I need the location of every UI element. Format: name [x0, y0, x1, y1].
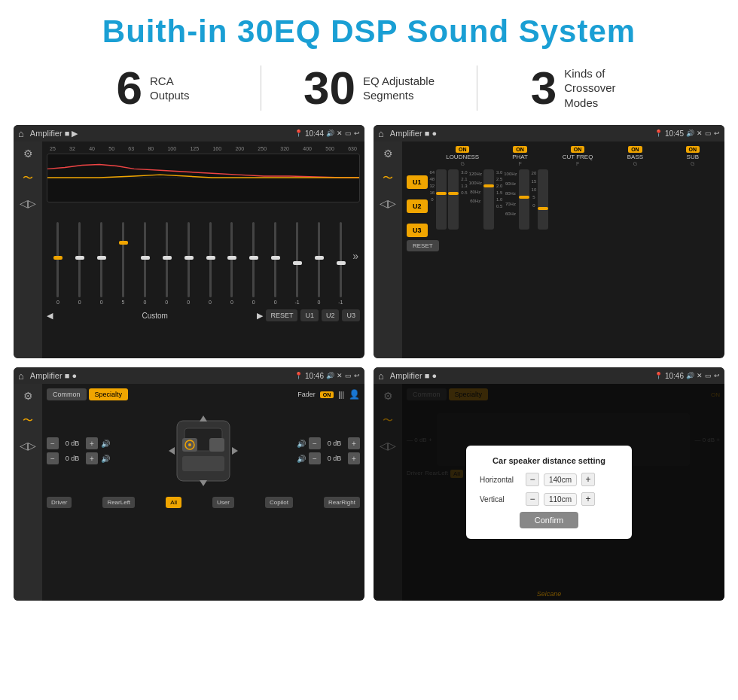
eq-slider-col-10[interactable]: 0	[244, 222, 264, 305]
tab-common[interactable]: Common	[47, 388, 87, 400]
back-icon-common[interactable]: ↩	[354, 372, 360, 379]
eq-slider-track-3[interactable]	[100, 222, 102, 297]
eq-slider-track-11[interactable]	[274, 222, 276, 297]
eq-slider-thumb-6[interactable]	[163, 256, 172, 260]
eq-u3-btn[interactable]: U3	[342, 309, 360, 321]
eq-u1-btn[interactable]: U1	[300, 309, 319, 321]
eq-slider-col-9[interactable]: 0	[222, 222, 242, 305]
eq-slider-thumb-4[interactable]	[119, 241, 128, 245]
eq-slider-track-2[interactable]	[78, 222, 81, 297]
common-speaker-icon[interactable]: ◁▷	[20, 440, 36, 452]
minimize-icon-common[interactable]: ▭	[345, 372, 352, 379]
eq-slider-track-7[interactable]	[188, 222, 190, 297]
eq-slider-col-8[interactable]: 0	[200, 222, 220, 305]
eq-slider-track-4[interactable]	[122, 222, 124, 297]
tr-plus-btn[interactable]: +	[348, 437, 360, 449]
horizontal-minus-btn[interactable]: −	[526, 473, 539, 486]
tr-minus-btn[interactable]: −	[309, 437, 321, 449]
eq-slider-thumb-10[interactable]	[249, 256, 258, 260]
home-icon-amp[interactable]: ⌂	[378, 128, 384, 139]
eq-expand-icon[interactable]: »	[352, 250, 358, 262]
zone-rearleft-btn[interactable]: RearLeft	[102, 497, 135, 508]
amp-bass-handle1[interactable]	[519, 196, 529, 199]
zone-rearright-btn[interactable]: RearRight	[324, 497, 360, 508]
eq-slider-thumb-9[interactable]	[227, 256, 236, 260]
eq-slider-col-6[interactable]: 0	[157, 222, 176, 305]
bl-minus-btn[interactable]: −	[47, 452, 59, 464]
br-minus-btn[interactable]: −	[309, 452, 321, 464]
fader-on-badge[interactable]: ON	[320, 391, 334, 398]
eq-slider-thumb-12[interactable]	[293, 261, 302, 265]
zone-all-btn[interactable]: All	[166, 497, 181, 508]
amp-sub-slider1[interactable]	[538, 169, 548, 230]
home-icon[interactable]: ⌂	[18, 128, 24, 139]
amp-settings-icon[interactable]: ⚙	[383, 148, 393, 160]
eq-slider-col-13[interactable]: 0	[310, 222, 329, 305]
eq-slider-track-10[interactable]	[252, 222, 255, 297]
amp-phat-slider1[interactable]	[483, 169, 494, 230]
home-icon-dialog[interactable]: ⌂	[378, 370, 384, 382]
vertical-plus-btn[interactable]: +	[581, 492, 595, 506]
eq-speaker-icon[interactable]: ◁▷	[20, 197, 36, 209]
amp-speaker-icon[interactable]: ◁▷	[380, 197, 396, 209]
amp-sub-handle1[interactable]	[538, 207, 548, 210]
back-icon-dialog[interactable]: ↩	[714, 372, 720, 379]
loudness-on-badge[interactable]: ON	[456, 146, 470, 153]
eq-slider-col-11[interactable]: 0	[266, 222, 285, 305]
tl-plus-btn[interactable]: +	[86, 437, 98, 449]
user-profile-icon[interactable]: 👤	[349, 389, 360, 400]
amp-loudness-slider1[interactable]	[436, 169, 447, 230]
eq-wave-icon[interactable]: 〜	[23, 172, 33, 185]
bass-on-badge[interactable]: ON	[628, 146, 642, 153]
zone-user-btn[interactable]: User	[212, 497, 234, 508]
back-icon[interactable]: ↩	[354, 129, 360, 137]
eq-slider-track-9[interactable]	[230, 222, 233, 297]
amp-u2-btn[interactable]: U2	[407, 199, 428, 213]
cutfreq-on-badge[interactable]: ON	[571, 146, 585, 153]
minimize-icon-dialog[interactable]: ▭	[705, 372, 712, 379]
amp-wave-icon[interactable]: 〜	[383, 172, 393, 185]
common-wave-icon[interactable]: 〜	[23, 414, 33, 428]
amp-loudness-handle2[interactable]	[448, 192, 459, 195]
eq-slider-col-7[interactable]: 0	[178, 222, 198, 305]
vertical-minus-btn[interactable]: −	[526, 492, 539, 506]
amp-u1-btn[interactable]: U1	[407, 175, 428, 189]
zone-copilot-btn[interactable]: Copilot	[265, 497, 293, 508]
eq-slider-track-14[interactable]	[340, 222, 342, 297]
amp-phat-handle1[interactable]	[483, 184, 494, 187]
eq-slider-thumb-2[interactable]	[75, 256, 84, 260]
minimize-icon[interactable]: ▭	[345, 129, 352, 137]
eq-slider-track-13[interactable]	[318, 222, 320, 297]
eq-slider-thumb-3[interactable]	[97, 256, 106, 260]
eq-slider-track-5[interactable]	[144, 222, 146, 297]
eq-slider-col-12[interactable]: -1	[288, 222, 307, 305]
sub-on-badge[interactable]: ON	[686, 146, 700, 153]
eq-slider-track-12[interactable]	[296, 222, 298, 297]
eq-slider-thumb-8[interactable]	[206, 256, 215, 260]
zone-driver-btn[interactable]: Driver	[47, 497, 72, 508]
close-icon[interactable]: ✕	[337, 129, 343, 137]
eq-settings-icon[interactable]: ⚙	[23, 148, 33, 160]
eq-u2-btn[interactable]: U2	[322, 309, 340, 321]
eq-slider-col-3[interactable]: 0	[92, 222, 111, 305]
common-settings-icon[interactable]: ⚙	[23, 390, 33, 402]
amp-bass-slider1[interactable]	[519, 169, 529, 230]
eq-slider-track-8[interactable]	[209, 222, 212, 297]
eq-slider-track-6[interactable]	[166, 222, 168, 297]
br-plus-btn[interactable]: +	[348, 452, 360, 464]
eq-prev-icon[interactable]: ◀	[47, 311, 53, 321]
eq-slider-thumb-5[interactable]	[141, 256, 150, 260]
back-icon-amp[interactable]: ↩	[714, 129, 720, 137]
home-icon-common[interactable]: ⌂	[18, 370, 24, 382]
eq-slider-col-5[interactable]: 0	[136, 222, 155, 305]
amp-u3-btn[interactable]: U3	[407, 224, 428, 237]
close-icon-dialog[interactable]: ✕	[697, 372, 703, 379]
horizontal-plus-btn[interactable]: +	[581, 473, 595, 486]
eq-reset-btn[interactable]: RESET	[266, 309, 297, 321]
eq-slider-thumb-1[interactable]	[53, 256, 63, 260]
close-icon-common[interactable]: ✕	[337, 372, 343, 379]
tl-minus-btn[interactable]: −	[47, 437, 59, 449]
eq-slider-col-2[interactable]: 0	[70, 222, 90, 305]
minimize-icon-amp[interactable]: ▭	[705, 129, 712, 137]
eq-slider-thumb-13[interactable]	[315, 256, 324, 260]
